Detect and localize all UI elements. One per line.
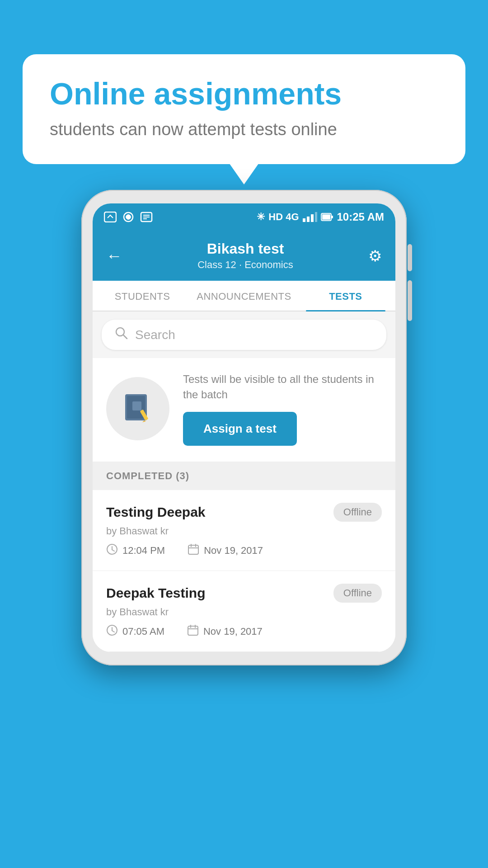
test-time-value-2: 07:05 AM <box>122 626 164 637</box>
header-title: Bikash test <box>197 241 293 257</box>
test-item-header-2: Deepak Testing Offline <box>106 584 382 603</box>
assign-content: Tests will be visible to all the student… <box>183 372 382 446</box>
svg-line-22 <box>112 550 114 551</box>
svg-line-14 <box>123 335 127 339</box>
tab-students[interactable]: STUDENTS <box>93 281 192 311</box>
test-name-2: Deepak Testing <box>106 585 206 601</box>
status-icons-left <box>104 212 153 222</box>
svg-rect-23 <box>188 545 198 554</box>
test-meta-2: 07:05 AM Nov 19, 2017 <box>106 624 382 639</box>
search-bar[interactable]: Search <box>102 320 386 350</box>
signal-bars-icon <box>303 212 317 222</box>
bluetooth-icon: ✳ <box>257 211 265 223</box>
battery-icon <box>321 212 333 222</box>
test-item-header-1: Testing Deepak Offline <box>106 503 382 522</box>
svg-rect-11 <box>322 214 330 220</box>
tab-announcements[interactable]: ANNOUNCEMENTS <box>192 281 296 311</box>
test-author-2: by Bhaswat kr <box>106 606 382 618</box>
test-date-2: Nov 19, 2017 <box>187 624 263 639</box>
tab-tests[interactable]: TESTS <box>296 281 395 311</box>
svg-line-29 <box>112 631 114 632</box>
status-time: 10:25 AM <box>337 211 384 223</box>
test-date-value-2: Nov 19, 2017 <box>203 626 263 637</box>
app-icon-2 <box>122 212 135 222</box>
speech-bubble: Online assignments students can now atte… <box>23 54 465 164</box>
test-author-1: by Bhaswat kr <box>106 525 382 537</box>
svg-rect-30 <box>188 626 198 635</box>
test-meta-1: 12:04 PM Nov 19, 2017 <box>106 543 382 558</box>
status-badge-1: Offline <box>333 503 382 522</box>
test-item: Testing Deepak Offline by Bhaswat kr <box>93 490 395 571</box>
test-name-1: Testing Deepak <box>106 505 206 520</box>
test-time-value-1: 12:04 PM <box>122 545 165 557</box>
test-time-1: 12:04 PM <box>106 543 165 558</box>
assign-test-button[interactable]: Assign a test <box>183 412 297 446</box>
svg-rect-12 <box>332 216 333 218</box>
phone-screen: ✳ HD 4G 10:25 AM <box>93 203 395 652</box>
search-container: Search <box>93 311 395 358</box>
svg-rect-7 <box>307 217 310 222</box>
completed-section-header: COMPLETED (3) <box>93 462 395 490</box>
test-time-2: 07:05 AM <box>106 624 164 639</box>
settings-icon[interactable]: ⚙ <box>368 247 382 265</box>
svg-rect-8 <box>311 214 314 222</box>
search-placeholder: Search <box>135 328 175 342</box>
phone-side-button-right <box>408 244 412 271</box>
phone-outer: ✳ HD 4G 10:25 AM <box>81 190 407 665</box>
speech-bubble-title: Online assignments <box>50 77 438 111</box>
phone-side-button-right2 <box>408 280 412 321</box>
phone-wrapper: ✳ HD 4G 10:25 AM <box>81 190 407 665</box>
header-subtitle: Class 12 · Economics <box>197 259 293 271</box>
svg-rect-0 <box>104 212 116 222</box>
app-header: ← Bikash test Class 12 · Economics ⚙ <box>93 231 395 281</box>
test-date-value-1: Nov 19, 2017 <box>204 545 263 557</box>
speech-bubble-subtitle: students can now attempt tests online <box>50 120 438 139</box>
clock-icon-1 <box>106 543 118 558</box>
svg-rect-6 <box>303 218 305 222</box>
status-right: ✳ HD 4G 10:25 AM <box>257 211 384 223</box>
back-button[interactable]: ← <box>106 246 122 265</box>
calendar-icon-2 <box>187 624 199 639</box>
test-item-2: Deepak Testing Offline by Bhaswat kr <box>93 571 395 652</box>
assign-section: Tests will be visible to all the student… <box>93 358 395 462</box>
svg-rect-17 <box>132 401 141 410</box>
assign-icon-circle <box>106 377 169 440</box>
status-badge-2: Offline <box>333 584 382 603</box>
svg-rect-9 <box>315 212 317 222</box>
clock-icon-2 <box>106 624 118 639</box>
notebook-icon <box>120 391 156 427</box>
network-label: HD 4G <box>268 211 299 223</box>
header-center: Bikash test Class 12 · Economics <box>197 241 293 271</box>
test-date-1: Nov 19, 2017 <box>188 543 263 558</box>
app-icon-1 <box>104 212 117 222</box>
app-icon-3 <box>140 212 153 222</box>
tabs: STUDENTS ANNOUNCEMENTS TESTS <box>93 281 395 311</box>
svg-marker-19 <box>142 420 146 422</box>
status-bar: ✳ HD 4G 10:25 AM <box>93 203 395 231</box>
calendar-icon-1 <box>188 543 199 558</box>
assign-info-text: Tests will be visible to all the student… <box>183 372 382 402</box>
search-icon <box>115 327 128 343</box>
